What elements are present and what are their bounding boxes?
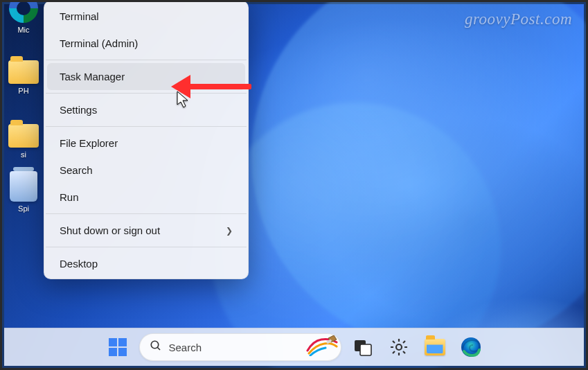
svg-rect-8 (360, 344, 371, 355)
menu-item-file-explorer[interactable]: File Explorer (47, 130, 245, 157)
chevron-right-icon: ❯ (226, 226, 233, 236)
file-explorer-button[interactable] (420, 333, 449, 362)
menu-item-label: File Explorer (60, 137, 118, 149)
settings-button[interactable] (384, 333, 413, 362)
search-highlight-paint-icon (306, 335, 338, 359)
desktop-icon-label: PH (18, 87, 28, 95)
menu-item-label: Terminal (Admin) (60, 37, 138, 49)
winx-context-menu: Terminal Terminal (Admin) Task Manager S… (44, 1, 249, 279)
svg-rect-1 (118, 338, 127, 346)
menu-item-desktop[interactable]: Desktop (47, 250, 245, 277)
gear-icon (389, 337, 409, 357)
menu-item-terminal-admin[interactable]: Terminal (Admin) (47, 30, 245, 57)
svg-rect-2 (109, 348, 117, 356)
menu-separator (46, 126, 247, 127)
desktop-icons-column: Mic PH si Spi (6, 2, 41, 213)
svg-rect-0 (109, 338, 117, 346)
menu-item-label: Run (60, 191, 79, 203)
task-view-button[interactable] (348, 333, 377, 362)
svg-point-9 (396, 344, 402, 350)
menu-separator (46, 60, 247, 60)
folder-icon (425, 339, 445, 355)
search-icon (150, 340, 162, 355)
recycle-bin-icon (10, 171, 37, 202)
edge-browser-button[interactable] (456, 333, 485, 362)
menu-separator (46, 213, 247, 214)
menu-item-label: Task Manager (60, 71, 125, 82)
menu-separator (46, 93, 247, 94)
desktop-icon-label: si (21, 150, 26, 159)
menu-item-search[interactable]: Search (47, 157, 245, 184)
menu-item-settings[interactable]: Settings (47, 96, 245, 123)
watermark-text: groovyPost.com (465, 10, 572, 28)
menu-item-label: Desktop (60, 258, 98, 270)
desktop-icon-recycle-bin[interactable]: Spi (6, 171, 41, 213)
folder-icon (8, 124, 39, 148)
desktop-icon-folder[interactable]: si (6, 124, 41, 159)
taskbar: Search (4, 328, 584, 366)
menu-item-shutdown[interactable]: Shut down or sign out ❯ (47, 217, 245, 244)
edge-icon (460, 336, 482, 358)
menu-item-label: Settings (60, 104, 97, 116)
task-view-icon (354, 338, 372, 356)
desktop-icon-edge[interactable]: Mic (6, 0, 41, 34)
menu-item-label: Search (60, 164, 93, 176)
edge-icon (9, 0, 38, 23)
svg-line-5 (157, 347, 160, 350)
svg-rect-3 (118, 348, 127, 356)
folder-icon (8, 60, 39, 84)
taskbar-search-box[interactable]: Search (139, 333, 341, 361)
menu-item-label: Shut down or sign out (60, 224, 160, 236)
menu-item-run[interactable]: Run (47, 184, 245, 211)
menu-item-label: Terminal (60, 10, 99, 22)
desktop-icon-label: Spi (18, 204, 29, 213)
desktop-icon-label: Mic (17, 26, 29, 34)
svg-point-4 (151, 341, 159, 349)
start-button[interactable] (103, 333, 132, 362)
menu-item-task-manager[interactable]: Task Manager (47, 63, 245, 90)
desktop-icon-folder[interactable]: PH (6, 60, 41, 95)
menu-separator (46, 247, 247, 247)
windows-logo-icon (108, 337, 127, 357)
menu-item-terminal[interactable]: Terminal (47, 3, 245, 30)
